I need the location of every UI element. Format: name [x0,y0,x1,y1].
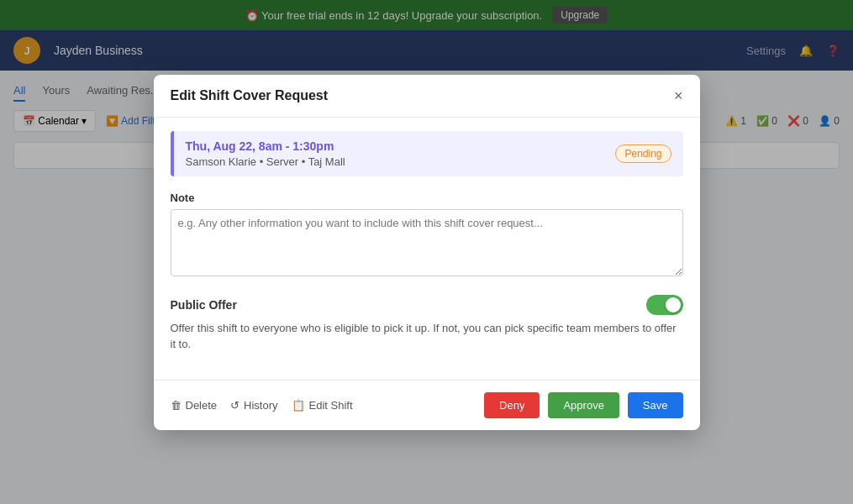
shift-banner: Thu, Aug 22, 8am - 1:30pm Samson Klarie … [171,131,683,176]
trash-icon: 🗑 [171,399,182,412]
history-label: History [244,399,277,412]
footer-right-buttons: Deny Approve Save [484,392,682,418]
modal-footer: 🗑 Delete ↺ History 📋 Edit Shift Deny App… [154,380,700,430]
public-offer-toggle[interactable] [646,295,683,315]
public-offer-header: Public Offer [171,295,683,315]
save-button[interactable]: Save [628,392,683,418]
delete-button[interactable]: 🗑 Delete [171,399,218,412]
footer-actions: 🗑 Delete ↺ History 📋 Edit Shift [171,399,353,412]
modal-title: Edit Shift Cover Request [171,88,329,103]
shift-time: Thu, Aug 22, 8am - 1:30pm [186,139,345,153]
deny-button[interactable]: Deny [484,392,540,418]
modal-close-button[interactable]: × [674,88,683,103]
toggle-slider [646,295,683,315]
modal-body: Thu, Aug 22, 8am - 1:30pm Samson Klarie … [154,118,700,373]
public-offer-title: Public Offer [171,298,237,312]
history-icon: ↺ [230,399,240,412]
edit-icon: 📋 [292,399,305,412]
public-offer-section: Public Offer Offer this shift to everyon… [171,295,683,360]
note-textarea[interactable] [171,209,683,276]
approve-button[interactable]: Approve [548,392,619,418]
edit-shift-cover-modal: Edit Shift Cover Request × Thu, Aug 22, … [154,75,700,430]
shift-info: Thu, Aug 22, 8am - 1:30pm Samson Klarie … [186,139,345,168]
status-badge: Pending [615,144,671,163]
modal-overlay: Edit Shift Cover Request × Thu, Aug 22, … [0,0,853,504]
history-button[interactable]: ↺ History [230,399,277,412]
modal-header: Edit Shift Cover Request × [154,75,700,118]
note-section: Note [171,192,683,280]
edit-shift-button[interactable]: 📋 Edit Shift [292,399,353,412]
delete-label: Delete [186,399,218,412]
note-label: Note [171,192,683,204]
public-offer-description: Offer this shift to everyone who is elig… [171,320,683,353]
edit-shift-label: Edit Shift [309,399,353,412]
shift-details: Samson Klarie • Server • Taj Mall [186,155,345,168]
